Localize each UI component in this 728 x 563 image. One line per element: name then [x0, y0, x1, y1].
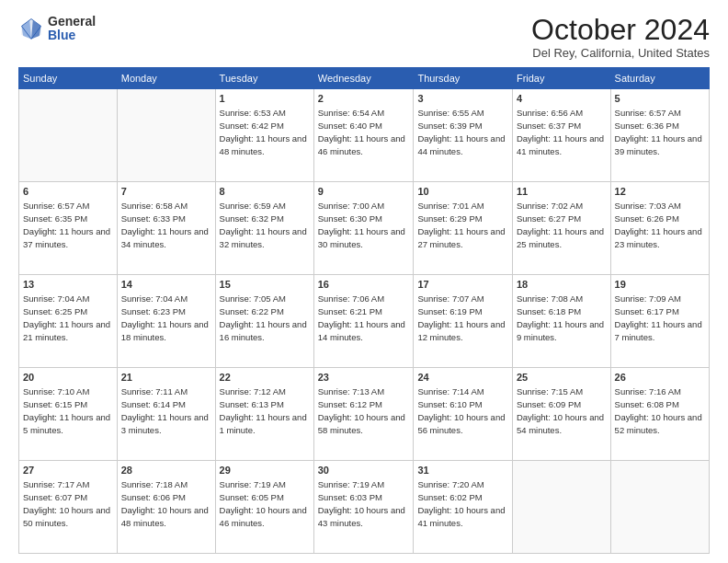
col-monday: Monday	[117, 68, 215, 89]
calendar-cell: 11Sunrise: 7:02 AMSunset: 6:27 PMDayligh…	[512, 182, 610, 275]
calendar-cell: 10Sunrise: 7:01 AMSunset: 6:29 PMDayligh…	[414, 182, 513, 275]
calendar-cell: 1Sunrise: 6:53 AMSunset: 6:42 PMDaylight…	[215, 89, 313, 182]
col-sunday: Sunday	[19, 68, 118, 89]
day-number: 5	[615, 92, 705, 106]
day-number: 29	[220, 464, 310, 477]
day-number: 10	[417, 185, 508, 199]
svg-marker-1	[31, 21, 41, 40]
calendar-cell: 4Sunrise: 6:56 AMSunset: 6:37 PMDaylight…	[512, 89, 610, 182]
day-info: Sunrise: 7:17 AMSunset: 6:07 PMDaylight:…	[23, 478, 113, 529]
day-info: Sunrise: 7:16 AMSunset: 6:08 PMDaylight:…	[615, 385, 705, 436]
calendar-cell: 2Sunrise: 6:54 AMSunset: 6:40 PMDaylight…	[313, 89, 414, 182]
day-info: Sunrise: 7:14 AMSunset: 6:10 PMDaylight:…	[417, 385, 508, 436]
day-number: 15	[220, 278, 310, 292]
day-info: Sunrise: 7:18 AMSunset: 6:06 PMDaylight:…	[121, 478, 211, 529]
day-info: Sunrise: 6:56 AMSunset: 6:37 PMDaylight:…	[517, 107, 607, 157]
calendar-header-row: Sunday Monday Tuesday Wednesday Thursday…	[19, 68, 710, 89]
calendar-cell	[117, 89, 215, 182]
day-info: Sunrise: 7:13 AMSunset: 6:12 PMDaylight:…	[318, 385, 410, 436]
day-info: Sunrise: 7:02 AMSunset: 6:27 PMDaylight:…	[517, 200, 607, 250]
day-number: 26	[615, 371, 705, 385]
day-info: Sunrise: 6:57 AMSunset: 6:36 PMDaylight:…	[615, 107, 705, 157]
day-number: 25	[517, 371, 607, 385]
day-number: 1	[220, 92, 310, 106]
day-number: 24	[417, 371, 508, 385]
day-number: 16	[318, 278, 410, 292]
day-number: 6	[23, 185, 113, 199]
day-info: Sunrise: 6:59 AMSunset: 6:32 PMDaylight:…	[220, 200, 310, 250]
calendar-cell: 7Sunrise: 6:58 AMSunset: 6:33 PMDaylight…	[117, 182, 215, 275]
logo-blue: Blue	[48, 29, 96, 42]
day-number: 27	[23, 464, 113, 477]
calendar-cell	[19, 89, 118, 182]
calendar-cell: 31Sunrise: 7:20 AMSunset: 6:02 PMDayligh…	[414, 461, 513, 554]
col-friday: Friday	[512, 68, 610, 89]
day-number: 30	[318, 464, 410, 477]
day-number: 12	[615, 185, 705, 199]
day-info: Sunrise: 7:00 AMSunset: 6:30 PMDaylight:…	[318, 200, 410, 250]
calendar-week-row: 20Sunrise: 7:10 AMSunset: 6:15 PMDayligh…	[19, 368, 710, 461]
day-number: 11	[517, 185, 607, 199]
day-number: 2	[318, 92, 410, 106]
calendar-cell: 23Sunrise: 7:13 AMSunset: 6:12 PMDayligh…	[313, 368, 414, 461]
day-info: Sunrise: 7:19 AMSunset: 6:03 PMDaylight:…	[318, 478, 410, 529]
page: General Blue October 2024 Del Rey, Calif…	[0, 0, 728, 563]
calendar-cell: 14Sunrise: 7:04 AMSunset: 6:23 PMDayligh…	[117, 275, 215, 368]
day-info: Sunrise: 7:15 AMSunset: 6:09 PMDaylight:…	[517, 385, 607, 436]
calendar-week-row: 6Sunrise: 6:57 AMSunset: 6:35 PMDaylight…	[19, 182, 710, 275]
title-block: October 2024 Del Rey, California, United…	[531, 15, 710, 60]
calendar-cell: 12Sunrise: 7:03 AMSunset: 6:26 PMDayligh…	[610, 182, 709, 275]
calendar-cell	[512, 461, 610, 554]
day-info: Sunrise: 7:04 AMSunset: 6:23 PMDaylight:…	[121, 293, 211, 343]
day-number: 22	[220, 371, 310, 385]
calendar-cell: 6Sunrise: 6:57 AMSunset: 6:35 PMDaylight…	[19, 182, 118, 275]
day-info: Sunrise: 7:19 AMSunset: 6:05 PMDaylight:…	[220, 478, 310, 529]
day-number: 13	[23, 278, 113, 292]
day-number: 28	[121, 464, 211, 477]
day-number: 8	[220, 185, 310, 199]
calendar-cell: 15Sunrise: 7:05 AMSunset: 6:22 PMDayligh…	[215, 275, 313, 368]
calendar-cell: 25Sunrise: 7:15 AMSunset: 6:09 PMDayligh…	[512, 368, 610, 461]
calendar-cell: 9Sunrise: 7:00 AMSunset: 6:30 PMDaylight…	[313, 182, 414, 275]
calendar-cell: 22Sunrise: 7:12 AMSunset: 6:13 PMDayligh…	[215, 368, 313, 461]
calendar-table: Sunday Monday Tuesday Wednesday Thursday…	[18, 67, 710, 554]
day-number: 23	[318, 371, 410, 385]
location: Del Rey, California, United States	[531, 46, 710, 60]
col-wednesday: Wednesday	[313, 68, 414, 89]
calendar-cell: 5Sunrise: 6:57 AMSunset: 6:36 PMDaylight…	[610, 89, 709, 182]
calendar-cell: 18Sunrise: 7:08 AMSunset: 6:18 PMDayligh…	[512, 275, 610, 368]
calendar-week-row: 13Sunrise: 7:04 AMSunset: 6:25 PMDayligh…	[19, 275, 710, 368]
calendar-cell: 27Sunrise: 7:17 AMSunset: 6:07 PMDayligh…	[19, 461, 118, 554]
day-number: 9	[318, 185, 410, 199]
day-number: 20	[23, 371, 113, 385]
day-info: Sunrise: 7:04 AMSunset: 6:25 PMDaylight:…	[23, 293, 113, 343]
day-info: Sunrise: 7:10 AMSunset: 6:15 PMDaylight:…	[23, 385, 113, 436]
logo: General Blue	[18, 15, 96, 43]
logo-text: General Blue	[48, 15, 96, 43]
day-info: Sunrise: 7:06 AMSunset: 6:21 PMDaylight:…	[318, 293, 410, 343]
logo-general: General	[48, 15, 96, 29]
day-number: 7	[121, 185, 211, 199]
day-info: Sunrise: 6:54 AMSunset: 6:40 PMDaylight:…	[318, 107, 410, 157]
calendar-cell: 28Sunrise: 7:18 AMSunset: 6:06 PMDayligh…	[117, 461, 215, 554]
calendar-cell: 19Sunrise: 7:09 AMSunset: 6:17 PMDayligh…	[610, 275, 709, 368]
calendar-cell: 17Sunrise: 7:07 AMSunset: 6:19 PMDayligh…	[414, 275, 513, 368]
day-info: Sunrise: 7:09 AMSunset: 6:17 PMDaylight:…	[615, 293, 705, 343]
day-info: Sunrise: 7:08 AMSunset: 6:18 PMDaylight:…	[517, 293, 607, 343]
header: General Blue October 2024 Del Rey, Calif…	[18, 15, 710, 60]
day-info: Sunrise: 7:03 AMSunset: 6:26 PMDaylight:…	[615, 200, 705, 250]
calendar-cell: 21Sunrise: 7:11 AMSunset: 6:14 PMDayligh…	[117, 368, 215, 461]
calendar-cell: 24Sunrise: 7:14 AMSunset: 6:10 PMDayligh…	[414, 368, 513, 461]
calendar-week-row: 27Sunrise: 7:17 AMSunset: 6:07 PMDayligh…	[19, 461, 710, 554]
day-number: 14	[121, 278, 211, 292]
col-tuesday: Tuesday	[215, 68, 313, 89]
day-info: Sunrise: 7:01 AMSunset: 6:29 PMDaylight:…	[417, 200, 508, 250]
day-number: 3	[417, 92, 508, 106]
calendar-week-row: 1Sunrise: 6:53 AMSunset: 6:42 PMDaylight…	[19, 89, 710, 182]
day-info: Sunrise: 7:20 AMSunset: 6:02 PMDaylight:…	[417, 478, 508, 529]
calendar-cell: 8Sunrise: 6:59 AMSunset: 6:32 PMDaylight…	[215, 182, 313, 275]
day-info: Sunrise: 6:53 AMSunset: 6:42 PMDaylight:…	[220, 107, 310, 157]
day-info: Sunrise: 6:58 AMSunset: 6:33 PMDaylight:…	[121, 200, 211, 250]
month-title: October 2024	[531, 15, 710, 44]
day-number: 19	[615, 278, 705, 292]
